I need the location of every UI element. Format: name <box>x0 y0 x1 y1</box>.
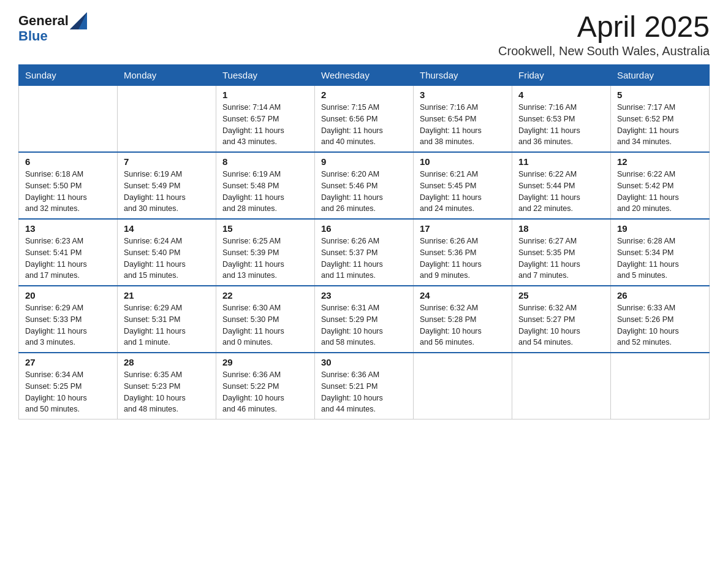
day-number: 10 <box>420 156 506 167</box>
day-info: Sunrise: 6:26 AM Sunset: 5:36 PM Dayligh… <box>420 236 506 282</box>
logo-general: General <box>18 14 69 28</box>
day-number: 9 <box>321 156 407 167</box>
day-number: 8 <box>222 156 308 167</box>
weekday-header-tuesday: Tuesday <box>216 65 315 86</box>
weekday-header-wednesday: Wednesday <box>315 65 414 86</box>
logo-blue: Blue <box>18 29 87 43</box>
day-info: Sunrise: 6:18 AM Sunset: 5:50 PM Dayligh… <box>25 169 111 215</box>
logo-icon <box>70 12 87 29</box>
day-info: Sunrise: 6:31 AM Sunset: 5:29 PM Dayligh… <box>321 302 407 348</box>
day-number: 6 <box>25 156 111 167</box>
day-info: Sunrise: 7:17 AM Sunset: 6:52 PM Dayligh… <box>617 102 703 148</box>
calendar-day-cell: 8Sunrise: 6:19 AM Sunset: 5:48 PM Daylig… <box>216 152 315 219</box>
day-number: 23 <box>321 290 407 301</box>
calendar-header-row: SundayMondayTuesdayWednesdayThursdayFrid… <box>19 65 710 86</box>
month-year-title: April 2025 <box>498 12 710 42</box>
day-number: 29 <box>222 357 308 367</box>
calendar-day-cell <box>512 353 611 419</box>
calendar-day-cell: 4Sunrise: 7:16 AM Sunset: 6:53 PM Daylig… <box>512 86 611 153</box>
calendar-week-row: 13Sunrise: 6:23 AM Sunset: 5:41 PM Dayli… <box>19 219 710 286</box>
day-number: 13 <box>25 223 111 234</box>
day-info: Sunrise: 7:16 AM Sunset: 6:53 PM Dayligh… <box>518 102 604 148</box>
calendar-day-cell: 15Sunrise: 6:25 AM Sunset: 5:39 PM Dayli… <box>216 219 315 286</box>
calendar-day-cell <box>414 353 512 419</box>
calendar-week-row: 1Sunrise: 7:14 AM Sunset: 6:57 PM Daylig… <box>19 86 710 153</box>
calendar-day-cell: 12Sunrise: 6:22 AM Sunset: 5:42 PM Dayli… <box>611 152 710 219</box>
calendar-week-row: 20Sunrise: 6:29 AM Sunset: 5:33 PM Dayli… <box>19 286 710 353</box>
day-info: Sunrise: 6:35 AM Sunset: 5:23 PM Dayligh… <box>124 369 210 415</box>
calendar-day-cell: 28Sunrise: 6:35 AM Sunset: 5:23 PM Dayli… <box>118 353 216 419</box>
day-number: 11 <box>518 156 604 167</box>
weekday-header-friday: Friday <box>512 65 611 86</box>
day-info: Sunrise: 6:33 AM Sunset: 5:26 PM Dayligh… <box>617 302 703 348</box>
calendar-day-cell: 16Sunrise: 6:26 AM Sunset: 5:37 PM Dayli… <box>315 219 414 286</box>
day-info: Sunrise: 7:14 AM Sunset: 6:57 PM Dayligh… <box>222 102 308 148</box>
day-info: Sunrise: 6:19 AM Sunset: 5:48 PM Dayligh… <box>222 169 308 215</box>
calendar-day-cell: 17Sunrise: 6:26 AM Sunset: 5:36 PM Dayli… <box>414 219 512 286</box>
weekday-header-sunday: Sunday <box>19 65 118 86</box>
day-number: 18 <box>518 223 604 234</box>
day-info: Sunrise: 6:23 AM Sunset: 5:41 PM Dayligh… <box>25 236 111 282</box>
title-section: April 2025 Crookwell, New South Wales, A… <box>498 12 710 58</box>
calendar-day-cell: 6Sunrise: 6:18 AM Sunset: 5:50 PM Daylig… <box>19 152 118 219</box>
day-number: 1 <box>222 90 308 100</box>
day-info: Sunrise: 6:26 AM Sunset: 5:37 PM Dayligh… <box>321 236 407 282</box>
day-number: 21 <box>124 290 210 301</box>
calendar-day-cell: 18Sunrise: 6:27 AM Sunset: 5:35 PM Dayli… <box>512 219 611 286</box>
day-info: Sunrise: 6:34 AM Sunset: 5:25 PM Dayligh… <box>25 369 111 415</box>
calendar-day-cell: 9Sunrise: 6:20 AM Sunset: 5:46 PM Daylig… <box>315 152 414 219</box>
calendar-day-cell: 14Sunrise: 6:24 AM Sunset: 5:40 PM Dayli… <box>118 219 216 286</box>
calendar-day-cell: 10Sunrise: 6:21 AM Sunset: 5:45 PM Dayli… <box>414 152 512 219</box>
calendar-day-cell: 19Sunrise: 6:28 AM Sunset: 5:34 PM Dayli… <box>611 219 710 286</box>
day-number: 5 <box>617 90 703 100</box>
day-number: 3 <box>420 90 506 100</box>
day-info: Sunrise: 6:25 AM Sunset: 5:39 PM Dayligh… <box>222 236 308 282</box>
day-number: 28 <box>124 357 210 367</box>
location-subtitle: Crookwell, New South Wales, Australia <box>498 44 710 58</box>
weekday-header-monday: Monday <box>118 65 216 86</box>
day-number: 25 <box>518 290 604 301</box>
calendar-day-cell: 23Sunrise: 6:31 AM Sunset: 5:29 PM Dayli… <box>315 286 414 353</box>
calendar-day-cell: 24Sunrise: 6:32 AM Sunset: 5:28 PM Dayli… <box>414 286 512 353</box>
day-info: Sunrise: 6:32 AM Sunset: 5:28 PM Dayligh… <box>420 302 506 348</box>
page-header: General Blue April 2025 Crookwell, New S… <box>18 12 710 58</box>
day-info: Sunrise: 6:36 AM Sunset: 5:21 PM Dayligh… <box>321 369 407 415</box>
day-info: Sunrise: 6:27 AM Sunset: 5:35 PM Dayligh… <box>518 236 604 282</box>
calendar-day-cell: 30Sunrise: 6:36 AM Sunset: 5:21 PM Dayli… <box>315 353 414 419</box>
day-number: 14 <box>124 223 210 234</box>
calendar-table: SundayMondayTuesdayWednesdayThursdayFrid… <box>18 64 710 419</box>
weekday-header-thursday: Thursday <box>414 65 512 86</box>
calendar-day-cell: 22Sunrise: 6:30 AM Sunset: 5:30 PM Dayli… <box>216 286 315 353</box>
day-info: Sunrise: 6:21 AM Sunset: 5:45 PM Dayligh… <box>420 169 506 215</box>
day-number: 30 <box>321 357 407 367</box>
logo: General Blue <box>18 12 87 43</box>
calendar-week-row: 27Sunrise: 6:34 AM Sunset: 5:25 PM Dayli… <box>19 353 710 419</box>
day-number: 12 <box>617 156 703 167</box>
calendar-day-cell: 25Sunrise: 6:32 AM Sunset: 5:27 PM Dayli… <box>512 286 611 353</box>
calendar-day-cell: 27Sunrise: 6:34 AM Sunset: 5:25 PM Dayli… <box>19 353 118 419</box>
day-info: Sunrise: 6:29 AM Sunset: 5:31 PM Dayligh… <box>124 302 210 348</box>
calendar-day-cell: 2Sunrise: 7:15 AM Sunset: 6:56 PM Daylig… <box>315 86 414 153</box>
day-number: 15 <box>222 223 308 234</box>
day-number: 7 <box>124 156 210 167</box>
calendar-day-cell: 29Sunrise: 6:36 AM Sunset: 5:22 PM Dayli… <box>216 353 315 419</box>
day-number: 24 <box>420 290 506 301</box>
day-info: Sunrise: 7:16 AM Sunset: 6:54 PM Dayligh… <box>420 102 506 148</box>
day-number: 4 <box>518 90 604 100</box>
day-number: 22 <box>222 290 308 301</box>
day-info: Sunrise: 7:15 AM Sunset: 6:56 PM Dayligh… <box>321 102 407 148</box>
day-info: Sunrise: 6:20 AM Sunset: 5:46 PM Dayligh… <box>321 169 407 215</box>
day-info: Sunrise: 6:22 AM Sunset: 5:42 PM Dayligh… <box>617 169 703 215</box>
weekday-header-saturday: Saturday <box>611 65 710 86</box>
day-number: 17 <box>420 223 506 234</box>
calendar-day-cell <box>118 86 216 153</box>
calendar-day-cell: 13Sunrise: 6:23 AM Sunset: 5:41 PM Dayli… <box>19 219 118 286</box>
calendar-day-cell: 11Sunrise: 6:22 AM Sunset: 5:44 PM Dayli… <box>512 152 611 219</box>
calendar-day-cell <box>611 353 710 419</box>
calendar-day-cell: 5Sunrise: 7:17 AM Sunset: 6:52 PM Daylig… <box>611 86 710 153</box>
day-info: Sunrise: 6:29 AM Sunset: 5:33 PM Dayligh… <box>25 302 111 348</box>
day-info: Sunrise: 6:36 AM Sunset: 5:22 PM Dayligh… <box>222 369 308 415</box>
calendar-day-cell: 7Sunrise: 6:19 AM Sunset: 5:49 PM Daylig… <box>118 152 216 219</box>
day-info: Sunrise: 6:32 AM Sunset: 5:27 PM Dayligh… <box>518 302 604 348</box>
calendar-day-cell: 20Sunrise: 6:29 AM Sunset: 5:33 PM Dayli… <box>19 286 118 353</box>
